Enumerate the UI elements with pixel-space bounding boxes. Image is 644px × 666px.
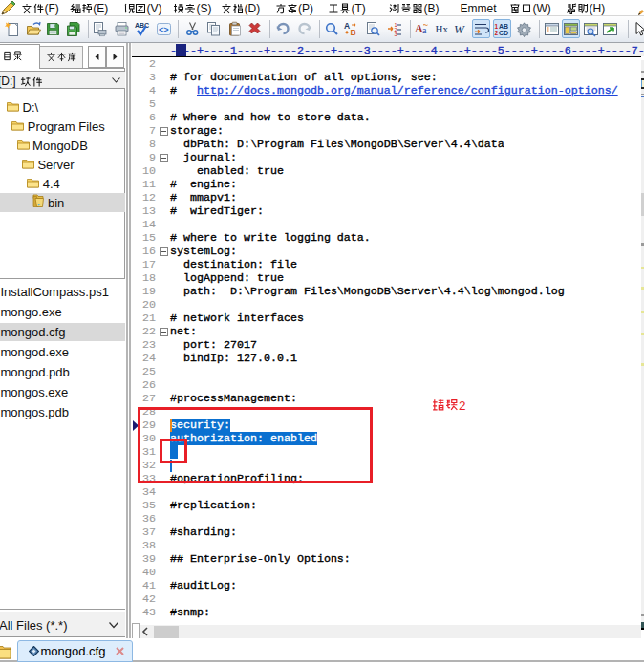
svg-text:2: 2 — [494, 30, 498, 36]
svg-text:ABC: ABC — [135, 22, 149, 29]
svg-text:Hx: Hx — [436, 23, 449, 34]
svg-text:<>: <> — [159, 24, 169, 33]
svg-text:a: a — [422, 25, 427, 35]
svg-text:AB: AB — [499, 22, 508, 29]
svg-text:A: A — [344, 21, 350, 31]
svg-text:CD: CD — [499, 30, 508, 36]
svg-text:3: 3 — [395, 32, 397, 37]
svg-text:B: B — [351, 28, 356, 37]
svg-text:1: 1 — [494, 22, 498, 29]
svg-text:W: W — [454, 21, 465, 35]
